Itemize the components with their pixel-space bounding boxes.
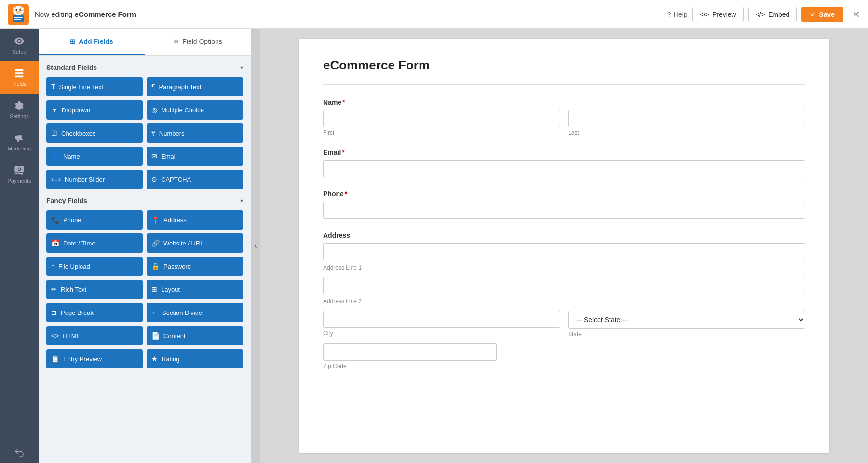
section-header-standard[interactable]: Standard Fields▾: [46, 64, 243, 71]
city-state-row: City --- Select State --- AlabamaAlaskaA…: [323, 311, 805, 338]
sidebar-item-undo[interactable]: [0, 441, 39, 463]
address-label: Address: [323, 232, 805, 239]
sidebar-item-marketing[interactable]: Marketing: [0, 126, 39, 158]
preview-button[interactable]: </> Preview: [692, 7, 744, 22]
preview-icon: </>: [700, 11, 709, 18]
field-btn-email[interactable]: ✉Email: [147, 147, 243, 166]
field-icon-single-line-text: T: [51, 83, 55, 91]
field-icon-paragraph-text: ¶: [151, 83, 155, 91]
field-btn-date-time[interactable]: 📅Date / Time: [46, 233, 143, 253]
name-label: Name*: [323, 98, 805, 106]
field-btn-html[interactable]: <>HTML: [46, 326, 143, 345]
address-line2-input[interactable]: [323, 277, 805, 294]
email-input[interactable]: [323, 160, 805, 177]
field-btn-number-slider[interactable]: ⟺Number Slider: [46, 170, 143, 189]
field-btn-layout[interactable]: ⊞Layout: [147, 280, 243, 299]
last-name-input[interactable]: [568, 110, 805, 127]
help-icon: ?: [667, 11, 671, 18]
field-btn-single-line-text[interactable]: TSingle Line Text: [46, 77, 143, 96]
field-btn-phone[interactable]: 📞Phone: [46, 210, 143, 230]
field-btn-file-upload[interactable]: ↑File Upload: [46, 257, 143, 276]
field-options-icon: ⚙: [173, 38, 179, 45]
required-star: *: [345, 190, 347, 198]
svg-rect-8: [14, 17, 23, 18]
sidebar-item-settings[interactable]: Settings: [0, 94, 39, 126]
state-col: --- Select State --- AlabamaAlaskaArizon…: [568, 311, 805, 338]
field-label-rating: Rating: [162, 355, 180, 363]
field-icon-checkboxes: ☑: [51, 129, 57, 137]
field-grid-standard: TSingle Line Text¶Paragraph Text▼Dropdow…: [46, 77, 243, 189]
field-btn-password[interactable]: 🔒Password: [147, 257, 243, 276]
sidebar-item-fields[interactable]: Fields: [0, 61, 39, 94]
field-btn-section-divider[interactable]: ↔Section Divider: [147, 303, 243, 322]
setup-label: Setup: [13, 49, 27, 54]
city-col: City: [323, 311, 560, 338]
field-label-numbers: Numbers: [159, 130, 185, 137]
save-button[interactable]: ✓ Save: [801, 7, 843, 22]
section-standard: Standard Fields▾TSingle Line Text¶Paragr…: [46, 64, 243, 189]
embed-button[interactable]: </> Embed: [748, 7, 797, 22]
help-button[interactable]: ? Help: [667, 11, 688, 18]
field-btn-rich-text[interactable]: ✏Rich Text: [46, 280, 143, 299]
chevron-icon: ▾: [240, 64, 243, 71]
field-btn-entry-preview[interactable]: 📋Entry Preview: [46, 349, 143, 368]
svg-rect-9: [14, 19, 21, 20]
field-label-file-upload: File Upload: [58, 263, 90, 270]
tab-field-options[interactable]: ⚙ Field Options: [145, 29, 251, 55]
main-layout: Setup Fields Settings Marketing Payments…: [0, 29, 868, 463]
name-field-group: Name* First Last: [323, 98, 805, 136]
field-label-single-line-text: Single Line Text: [59, 83, 104, 91]
form-canvas-wrap: eCommerce Form Name* First Last: [260, 29, 868, 463]
zip-sublabel: Zip Code: [323, 363, 805, 369]
field-icon-html: <>: [51, 332, 59, 340]
section-fancy: Fancy Fields▾📞Phone📍Address📅Date / Time🔗…: [46, 197, 243, 368]
section-header-fancy[interactable]: Fancy Fields▾: [46, 197, 243, 204]
city-input[interactable]: [323, 311, 560, 328]
phone-input[interactable]: [323, 202, 805, 219]
field-btn-captcha[interactable]: ⊙CAPTCHA: [147, 170, 243, 189]
field-btn-multiple-choice[interactable]: ◎Multiple Choice: [147, 100, 243, 120]
field-icon-phone: 📞: [51, 216, 59, 224]
field-label-name: Name: [63, 153, 80, 160]
marketing-label: Marketing: [8, 146, 31, 151]
add-fields-icon: ⊞: [70, 38, 76, 45]
tab-add-fields[interactable]: ⊞ Add Fields: [39, 29, 145, 55]
field-label-number-slider: Number Slider: [65, 176, 105, 183]
zip-input[interactable]: [323, 343, 497, 361]
state-select[interactable]: --- Select State --- AlabamaAlaskaArizon…: [568, 311, 805, 329]
sidebar-item-payments[interactable]: Payments: [0, 158, 39, 191]
field-btn-page-break[interactable]: ⊐Page Break: [46, 303, 143, 322]
address-line1-input[interactable]: [323, 243, 805, 260]
field-icon-content: 📄: [151, 332, 160, 340]
city-sublabel: City: [323, 330, 560, 337]
close-button[interactable]: ✕: [852, 9, 860, 20]
first-name-sublabel: First: [323, 129, 560, 136]
field-btn-address[interactable]: 📍Address: [147, 210, 243, 230]
field-label-rich-text: Rich Text: [61, 286, 86, 293]
section-title-standard: Standard Fields: [46, 64, 97, 71]
field-btn-rating[interactable]: ★Rating: [147, 349, 243, 368]
logo: [8, 4, 29, 25]
name-row: First Last: [323, 110, 805, 136]
phone-label: Phone*: [323, 190, 805, 198]
collapse-panel-button[interactable]: ‹: [251, 29, 260, 463]
field-icon-rating: ★: [151, 355, 158, 363]
sidebar-item-setup[interactable]: Setup: [0, 29, 39, 61]
address-line2-sublabel: Address Line 2: [323, 298, 805, 305]
field-label-dropdown: Dropdown: [62, 107, 90, 114]
field-btn-website-url[interactable]: 🔗Website / URL: [147, 233, 243, 253]
payments-label: Payments: [8, 178, 31, 184]
field-btn-numbers[interactable]: #Numbers: [147, 123, 243, 143]
svg-point-5: [13, 7, 16, 10]
field-btn-checkboxes[interactable]: ☑Checkboxes: [46, 123, 143, 143]
field-icon-section-divider: ↔: [151, 309, 158, 316]
field-btn-paragraph-text[interactable]: ¶Paragraph Text: [147, 77, 243, 96]
field-btn-name[interactable]: 👤Name: [46, 147, 143, 166]
field-btn-dropdown[interactable]: ▼Dropdown: [46, 100, 143, 120]
field-icon-file-upload: ↑: [51, 262, 54, 270]
field-icon-page-break: ⊐: [51, 309, 57, 316]
field-btn-content[interactable]: 📄Content: [147, 326, 243, 345]
field-label-entry-preview: Entry Preview: [63, 355, 102, 363]
address-field-group: Address Address Line 1 Address Line 2 Ci…: [323, 232, 805, 369]
first-name-input[interactable]: [323, 110, 560, 127]
